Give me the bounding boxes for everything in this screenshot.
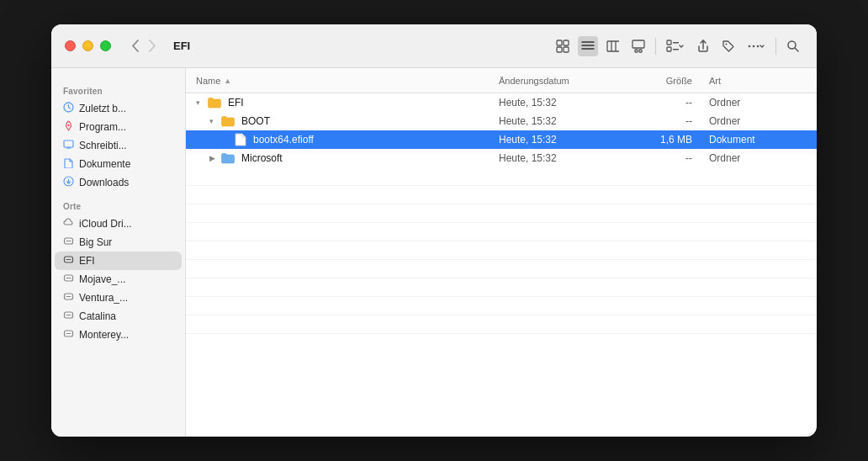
sidebar-item-monterey[interactable]: Monterey... [55, 326, 182, 344]
share-button[interactable] [693, 36, 713, 56]
svg-rect-2 [557, 47, 562, 52]
folder-icon [208, 97, 221, 109]
sort-indicator: ▲ [224, 77, 231, 85]
file-date: Heute, 15:32 [499, 134, 633, 146]
file-name: BOOT [241, 115, 270, 127]
expand-arrow[interactable]: ▾ [209, 117, 218, 125]
forward-button[interactable] [146, 38, 160, 54]
download-icon [63, 176, 74, 189]
minimize-button[interactable] [82, 40, 93, 51]
file-size: -- [633, 152, 709, 164]
sidebar-item-dokumente[interactable]: Dokumente [55, 155, 182, 173]
svg-rect-0 [557, 40, 562, 45]
drive-icon-efi [63, 254, 74, 268]
group-button[interactable] [663, 36, 688, 56]
back-button[interactable] [128, 38, 142, 54]
sidebar-item-mojave[interactable]: Mojave_... [55, 270, 182, 289]
traffic-lights [65, 40, 111, 51]
col-header-size[interactable]: Größe [633, 76, 709, 86]
drive-icon-mojave [63, 273, 74, 286]
svg-rect-12 [632, 40, 644, 48]
empty-row [186, 334, 817, 352]
file-name-cell: ▶ Microsoft [196, 152, 499, 164]
file-name: Microsoft [241, 152, 283, 164]
svg-point-20 [749, 45, 751, 47]
file-type: Dokument [709, 134, 807, 146]
document-icon [63, 157, 74, 171]
maximize-button[interactable] [100, 40, 111, 51]
desktop-icon [63, 139, 74, 152]
file-type: Ordner [709, 152, 807, 164]
svg-rect-27 [64, 140, 73, 147]
toolbar [553, 36, 803, 56]
file-row-bootx64[interactable]: bootx64.efioff Heute, 15:32 1,6 MB Dokum… [186, 130, 817, 149]
search-button[interactable] [783, 36, 803, 56]
sidebar-item-programme[interactable]: Program... [55, 118, 182, 136]
sidebar-item-icloud[interactable]: iCloud Dri... [55, 215, 182, 233]
empty-row [186, 186, 817, 204]
drive-icon-ventura [63, 291, 74, 305]
toolbar-separator-1 [655, 38, 656, 55]
window-title: EFI [173, 40, 190, 52]
file-name-cell: ▾ EFI [196, 97, 499, 109]
file-row-microsoft[interactable]: ▶ Microsoft Heute, 15:32 -- Ordner [186, 149, 817, 167]
drive-icon-monterey [63, 328, 74, 342]
sidebar-item-label: Program... [79, 121, 126, 133]
gallery-view-button[interactable] [628, 36, 648, 56]
svg-rect-14 [639, 50, 642, 52]
file-type: Ordner [709, 97, 807, 109]
tag-button[interactable] [718, 36, 738, 56]
col-header-type[interactable]: Art [709, 76, 807, 86]
svg-line-24 [795, 48, 798, 51]
sidebar-item-label: Ventura_... [79, 292, 128, 304]
sidebar: Favoriten Zuletzt b... Progra [51, 68, 186, 437]
sidebar-item-label: Catalina [79, 310, 116, 322]
sidebar-item-zuletzt[interactable]: Zuletzt b... [55, 99, 182, 118]
sidebar-section-favorites: Favoriten [51, 83, 185, 99]
sidebar-item-catalina[interactable]: Catalina [55, 307, 182, 326]
file-size: -- [633, 97, 709, 109]
sidebar-item-downloads[interactable]: Downloads [55, 173, 182, 192]
expand-arrow[interactable]: ▶ [209, 154, 218, 162]
file-date: Heute, 15:32 [499, 97, 633, 109]
file-name-cell: ▾ BOOT [196, 115, 499, 127]
file-name: bootx64.efioff [253, 134, 314, 146]
sidebar-item-label: EFI [79, 255, 95, 267]
file-row-boot[interactable]: ▾ BOOT Heute, 15:32 -- Ordner [186, 112, 817, 130]
empty-row [186, 204, 817, 223]
rocket-icon [63, 120, 74, 134]
empty-row [186, 297, 817, 315]
file-date: Heute, 15:32 [499, 152, 633, 164]
folder-icon-blue [221, 152, 235, 164]
sidebar-item-schreibtisch[interactable]: Schreibti... [55, 136, 182, 155]
sidebar-item-label: iCloud Dri... [79, 218, 132, 230]
svg-point-19 [726, 43, 728, 45]
list-view-button[interactable] [578, 36, 598, 56]
svg-point-26 [67, 125, 69, 126]
svg-rect-15 [667, 40, 671, 45]
file-row-efi[interactable]: ▾ EFI Heute, 15:32 -- Ordner [186, 93, 817, 112]
sidebar-item-bigsur[interactable]: Big Sur [55, 233, 182, 252]
column-view-button[interactable] [603, 36, 623, 56]
sidebar-item-ventura[interactable]: Ventura_... [55, 289, 182, 307]
expand-arrow[interactable]: ▾ [196, 98, 204, 107]
sidebar-item-label: Schreibti... [79, 140, 127, 151]
svg-rect-16 [667, 47, 671, 51]
col-header-name[interactable]: Name ▲ [196, 76, 499, 86]
empty-row [186, 167, 817, 186]
finder-window: EFI [51, 24, 817, 437]
column-headers: Name ▲ Änderungsdatum Größe Art [186, 68, 817, 93]
sidebar-item-efi[interactable]: EFI [55, 252, 182, 270]
titlebar: EFI [51, 24, 817, 68]
cloud-icon [63, 217, 74, 231]
close-button[interactable] [65, 40, 76, 51]
file-name-cell: bootx64.efioff [196, 133, 499, 146]
grid-view-button[interactable] [553, 36, 573, 56]
more-button[interactable] [744, 36, 769, 56]
drive-icon [63, 236, 74, 249]
col-header-date[interactable]: Änderungsdatum [499, 76, 633, 86]
svg-point-21 [753, 45, 755, 47]
svg-rect-1 [564, 40, 569, 45]
empty-row [186, 278, 817, 297]
file-type: Ordner [709, 115, 807, 127]
